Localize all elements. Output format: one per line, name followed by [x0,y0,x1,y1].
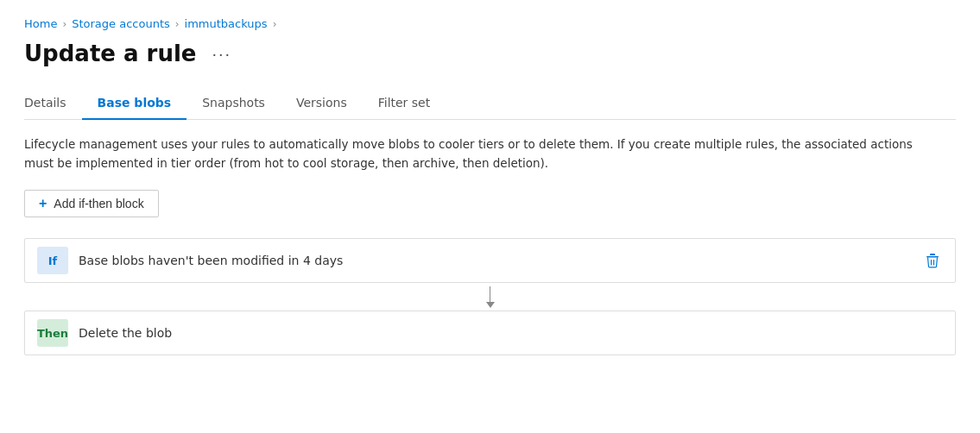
page-title-row: Update a rule ··· [24,41,956,66]
add-if-then-label: Add if-then block [54,197,143,210]
if-block-text: Base blobs haven't been modified in 4 da… [79,254,912,267]
add-if-then-button[interactable]: + Add if-then block [24,190,159,217]
breadcrumb-sep-3: › [273,18,277,30]
tab-details[interactable]: Details [24,87,82,120]
description-text: Lifecycle management uses your rules to … [24,135,939,173]
delete-if-block-button[interactable] [922,249,943,272]
then-block: Then Delete the blob [24,311,956,355]
page-title: Update a rule [24,41,196,66]
breadcrumb-storage-accounts[interactable]: Storage accounts [72,17,170,30]
tab-versions[interactable]: Versions [281,87,363,120]
breadcrumb: Home › Storage accounts › immutbackups › [24,17,956,30]
svg-rect-0 [926,256,939,258]
if-badge: If [37,247,68,274]
tab-filter-set[interactable]: Filter set [363,87,446,120]
if-then-blocks: If Base blobs haven't been modified in 4… [24,238,956,355]
arrow-down-icon [486,286,495,308]
breadcrumb-sep-2: › [175,18,180,30]
if-block: If Base blobs haven't been modified in 4… [24,238,956,283]
ellipsis-menu-button[interactable]: ··· [208,44,235,64]
then-block-text: Delete the blob [79,326,943,340]
breadcrumb-sep-1: › [62,18,66,30]
trash-icon [926,253,939,268]
tab-base-blobs[interactable]: Base blobs [82,87,187,120]
breadcrumb-home[interactable]: Home [24,17,57,30]
tabs-container: Details Base blobs Snapshots Versions Fi… [24,87,956,120]
then-badge: Then [37,319,68,347]
plus-icon: + [39,197,47,210]
connector-arrow [24,283,956,311]
breadcrumb-immutbackups[interactable]: immutbackups [185,17,268,30]
tab-snapshots[interactable]: Snapshots [187,87,281,120]
